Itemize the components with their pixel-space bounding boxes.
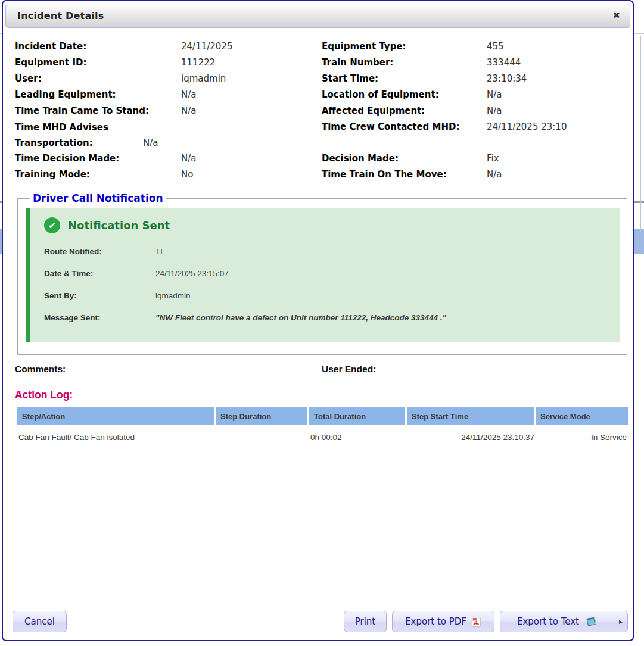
field-row-incident-date: Incident Date: 24/11/2025 [15,39,322,55]
field-row-time-train-on-the-move: Time Train On The Move: N/a [322,167,623,183]
notification-status-text: Notification Sent [68,219,170,232]
notepad-icon [585,616,597,627]
notification-value: TL [155,247,165,256]
field-label: Decision Made: [322,151,487,166]
field-label: Location of Equipment: [322,87,487,102]
field-label: User: [15,71,181,86]
dialog-titlebar[interactable]: Incident Details ✖ [5,4,630,28]
action-log-header-row: Step/Action Step Duration Total Duration… [17,407,628,425]
field-value: 333444 [487,55,521,70]
table-row[interactable]: Cab Fan Fault/ Cab Fan isolated 0h 00:02… [17,425,628,449]
field-value: 24/11/2025 [181,39,232,54]
page-background: Incident Details ✖ Incident Date: 24/11/… [0,0,644,646]
export-to-text-label: Export to Text [517,616,579,627]
cell-total-duration: 0h 00:02 [309,425,407,449]
action-log-table: Step/Action Step Duration Total Duration… [17,407,628,449]
field-value: N/a [487,103,502,118]
field-label: Leading Equipment: [15,87,181,102]
notification-label: Sent By: [44,291,155,300]
field-value: No [181,167,193,182]
column-header-service-mode[interactable]: Service Mode [536,407,628,425]
notification-row-date-time: Date & Time: 24/11/2025 23:15:07 [44,263,614,285]
pdf-file-icon [471,617,481,627]
field-label: Time Train On The Move: [322,167,487,182]
incident-details-dialog: Incident Details ✖ Incident Date: 24/11/… [2,0,634,641]
field-row-equipment-type: Equipment Type: 455 [322,39,623,55]
field-label: Equipment Type: [322,39,487,54]
field-label: Time Crew Contacted MHD: [322,119,487,135]
export-to-pdf-button[interactable]: Export to PDF [392,611,494,632]
field-row-train-number: Train Number: 333444 [322,55,623,71]
notification-row-route-notified: Route Notified: TL [44,241,614,263]
field-label: Time Train Came To Stand: [15,103,181,118]
column-header-step-action[interactable]: Step/Action [17,407,216,425]
field-value: 455 [487,39,504,54]
field-row-time-decision-made: Time Decision Made: N/a [15,151,322,167]
check-circle-icon: ✔ [44,217,60,233]
notification-sent-panel: ✔ Notification Sent Route Notified: TL D… [26,208,620,342]
field-label: Equipment ID: [15,55,181,70]
column-header-step-start-time[interactable]: Step Start Time [407,407,536,425]
field-value: N/a [181,151,196,166]
field-value: 23:10:34 [487,71,527,86]
field-label: Train Number: [322,55,487,70]
notification-label: Date & Time: [44,269,155,278]
print-button[interactable]: Print [344,611,387,632]
background-border-line [640,36,641,232]
export-button-group: Print Export to PDF Export to Text [344,611,628,632]
field-value: N/a [181,103,196,118]
export-to-text-main[interactable]: Export to Text [500,611,614,632]
notification-message-text: "NW Fleet control have a defect on Unit … [155,313,446,322]
dialog-button-pane: Cancel Print Export to PDF Expor [3,610,633,633]
column-header-step-duration[interactable]: Step Duration [216,407,309,425]
notification-value: iqmadmin [155,291,191,300]
notification-status-heading: ✔ Notification Sent [44,217,614,233]
chevron-right-icon[interactable]: ▶ [614,611,627,632]
field-label: Affected Equipment: [322,103,487,118]
dialog-title: Incident Details [17,10,104,21]
comments-user-ended-row: Comments: User Ended: [15,364,623,375]
field-value: N/a [487,87,502,102]
notification-row-sent-by: Sent By: iqmadmin [44,285,614,307]
cell-step-duration [216,425,309,449]
dialog-content: Incident Date: 24/11/2025 Equipment ID: … [3,30,633,449]
field-value: 111222 [181,55,215,70]
fields-left-column: Incident Date: 24/11/2025 Equipment ID: … [15,39,322,183]
field-row-user: User: iqmadmin [15,71,322,87]
field-value: N/a [487,167,502,182]
column-header-total-duration[interactable]: Total Duration [309,407,407,425]
user-ended-label: User Ended: [322,364,376,375]
action-log-heading: Action Log: [15,389,623,401]
field-value: N/a [181,87,196,102]
field-value: N/a [143,135,158,151]
field-row-affected-equipment: Affected Equipment: N/a [322,103,623,119]
notification-row-message-sent: Message Sent: "NW Fleet control have a d… [44,307,614,329]
field-row-location-of-equipment: Location of Equipment: N/a [322,87,623,103]
cancel-button[interactable]: Cancel [13,611,67,632]
incident-fields: Incident Date: 24/11/2025 Equipment ID: … [15,39,623,183]
field-label: Training Mode: [15,167,181,182]
export-to-text-split-button[interactable]: Export to Text ▶ [500,611,628,632]
field-row-time-mhd-advises-transportation: Time MHD Advises Transportation: N/a [15,119,322,151]
field-row-time-train-came-to-stand: Time Train Came To Stand: N/a [15,103,322,119]
field-row-start-time: Start Time: 23:10:34 [322,71,623,87]
comments-label: Comments: [15,364,322,375]
driver-call-notification-fieldset: Driver Call Notification ✔ Notification … [17,192,627,355]
cell-service-mode: In Service [536,425,628,449]
field-label: Incident Date: [15,39,181,54]
export-to-pdf-label: Export to PDF [405,616,466,627]
field-label: Time MHD Advises Transportation: [15,120,143,151]
field-label: Start Time: [322,71,487,86]
field-row-leading-equipment: Leading Equipment: N/a [15,87,322,103]
field-row-decision-made: Decision Made: Fix [322,151,623,167]
field-row-time-crew-contacted-mhd: Time Crew Contacted MHD: 24/11/2025 23:1… [322,119,623,151]
fields-right-column: Equipment Type: 455 Train Number: 333444… [322,39,623,183]
notification-value: 24/11/2025 23:15:07 [155,269,229,278]
notification-label: Route Notified: [44,247,155,256]
field-label: Time Decision Made: [15,151,181,166]
notification-label: Message Sent: [44,313,155,322]
field-row-equipment-id: Equipment ID: 111222 [15,55,322,71]
close-icon[interactable]: ✖ [612,11,620,20]
field-value: 24/11/2025 23:10 [487,119,567,135]
cell-step-action: Cab Fan Fault/ Cab Fan isolated [17,425,216,449]
